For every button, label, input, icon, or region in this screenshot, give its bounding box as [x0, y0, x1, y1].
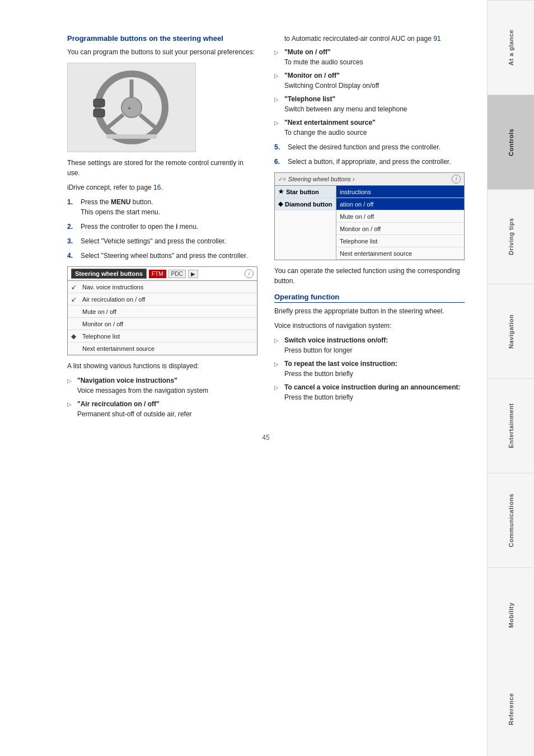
bullet-next-ent: ▷ "Next entertainment source"To change t…: [274, 118, 465, 138]
diamond-label-text: Diamond button: [285, 201, 332, 208]
popup-header: ✓= Steering wheel buttons › i: [275, 173, 464, 186]
tab-navigation[interactable]: Navigation: [488, 284, 534, 378]
menu-table-left: Steering wheel buttons FTM PDC ▶ i ↙ Nav…: [67, 266, 257, 355]
menu-row-nav: ↙ Nav. voice instructions: [68, 281, 257, 293]
stored-note: These settings are stored for the remote…: [67, 158, 257, 178]
menu-info-icon[interactable]: i: [245, 269, 254, 278]
voice-bullet-2: ▷ To repeat the last voice instruction:P…: [274, 359, 465, 379]
tab-at-a-glance[interactable]: At a glance: [488, 0, 534, 95]
menu-tab-pdc[interactable]: PDC: [168, 270, 186, 278]
operating-function-heading: Operating function: [274, 293, 465, 303]
bullet-telephone: ▷ "Telephone list"Switch between any men…: [274, 94, 465, 114]
popup-item-telephone: Telephone list: [336, 235, 464, 247]
sidebar-tabs: At a glance Controls Driving tips Naviga…: [487, 0, 534, 756]
air-row-text: Air recirculation on / off: [82, 296, 254, 303]
star-icon: ★: [278, 188, 284, 195]
diamond-icon: ◆: [278, 200, 283, 208]
bullet-arrow-2: ▷: [67, 400, 74, 419]
menu-row-air: ↙ Air recirculation on / off: [68, 293, 257, 306]
air-row-icon: ↙: [71, 295, 82, 303]
bullet-list-left: ▷ "Navigation voice instructions"Voice m…: [67, 375, 257, 419]
telephone-row-icon: ◆: [71, 332, 82, 340]
bullet-telephone-text: "Telephone list"Switch between any menu …: [284, 94, 407, 114]
menu-rows-left: ↙ Nav. voice instructions ↙ Air recircul…: [68, 281, 257, 355]
svg-rect-5: [93, 99, 105, 107]
bullet-auc: to Automatic recirculated-air control AU…: [274, 34, 465, 44]
telephone-row-text: Telephone list: [82, 333, 254, 340]
tab-mobility[interactable]: Mobility: [488, 567, 534, 662]
bullet-arrow-telephone: ▷: [274, 95, 281, 114]
step-5-num: 5.: [274, 142, 283, 152]
section-heading: Programmable buttons on the steering whe…: [67, 34, 257, 44]
svg-line-3: [106, 115, 123, 129]
idrive-ref: iDrive concept, refer to page 16.: [67, 182, 257, 192]
step-2-content: Press the controller to open the i menu.: [81, 222, 257, 232]
step-1: 1. Press the MENU button.This opens the …: [67, 197, 257, 217]
tab-controls[interactable]: Controls: [488, 95, 534, 189]
step-4-num: 4.: [67, 251, 76, 261]
step-4-content: Select "Steering wheel buttons" and pres…: [81, 251, 257, 261]
bullet-air-recirc: ▷ "Air recirculation on / off"Permanent …: [67, 399, 257, 419]
mute-row-text: Mute on / off: [82, 308, 254, 315]
nav-row-icon: ↙: [71, 283, 82, 291]
bullet-list-right-top: to Automatic recirculated-air control AU…: [274, 34, 465, 138]
tab-entertainment[interactable]: Entertainment: [488, 378, 534, 473]
step-2-num: 2.: [67, 222, 76, 232]
auc-page-link[interactable]: 91: [433, 35, 441, 43]
step-4: 4. Select "Steering wheel buttons" and p…: [67, 251, 257, 261]
voice-bullet-arrow-3: ▷: [274, 383, 281, 402]
step-1-num: 1.: [67, 197, 76, 217]
menu-row-next: Next entertainment source: [68, 342, 257, 355]
two-column-layout: Programmable buttons on the steering whe…: [67, 34, 465, 422]
popup-header-left: ✓= Steering wheel buttons ›: [278, 176, 354, 182]
voice-bullet-2-text: To repeat the last voice instruction:Pre…: [284, 359, 397, 379]
tab-communications[interactable]: Communications: [488, 473, 534, 567]
bullet-nav-voice-text: "Navigation voice instructions"Voice mes…: [77, 375, 208, 396]
bullet-next-ent-text: "Next entertainment source"To change the…: [284, 118, 376, 138]
tab-reference[interactable]: Reference: [488, 662, 534, 756]
step-6-num: 6.: [274, 157, 283, 167]
steps-list-left: 1. Press the MENU button.This opens the …: [67, 197, 257, 261]
bullet-air-text: "Air recirculation on / off"Permanent sh…: [77, 399, 192, 419]
bullet-arrow-mute: ▷: [274, 48, 281, 67]
popup-item-ation: ation on / off: [336, 198, 464, 210]
star-label-text: Star button: [286, 189, 319, 195]
operate-note: You can operate the selected function us…: [274, 266, 465, 286]
nav-row-text: Nav. voice instructions: [82, 284, 254, 290]
popup-labels-col: ★ Star button ◆ Diamond button: [275, 186, 336, 260]
menu-tab-ftm[interactable]: FTM: [149, 270, 166, 278]
popup-item-mute: Mute on / off: [336, 210, 464, 223]
menu-label: MENU: [111, 198, 130, 206]
bullet-nav-voice: ▷ "Navigation voice instructions"Voice m…: [67, 375, 257, 396]
popup-items-col: instructions ation on / off Mute on / of…: [336, 186, 464, 260]
bullet-monitor: ▷ "Monitor on / off"Switching Control Di…: [274, 71, 465, 91]
main-content: Programmable buttons on the steering whe…: [0, 0, 487, 756]
step-3: 3. Select "Vehicle settings" and press t…: [67, 236, 257, 246]
menu-tab-arrow[interactable]: ▶: [188, 270, 198, 278]
step-1-content: Press the MENU button.This opens the sta…: [81, 197, 257, 217]
voice-bullet-1-text: Switch voice instructions on/off:Press b…: [284, 335, 388, 355]
operating-function-body: Briefly press the appropriate button in …: [274, 306, 465, 316]
steering-wheel-image: +: [67, 63, 196, 152]
idrive-page-link[interactable]: 16: [153, 184, 161, 191]
bullet-arrow-auc: [274, 35, 281, 44]
bullet-arrow-next-ent: ▷: [274, 119, 281, 138]
steps-list-right: 5. Select the desired function and press…: [274, 142, 465, 167]
right-column: to Automatic recirculated-air control AU…: [274, 34, 465, 422]
voice-bullet-list: ▷ Switch voice instructions on/off:Press…: [274, 335, 465, 402]
voice-bullet-arrow-2: ▷: [274, 360, 281, 379]
popup-item-next: Next entertainment source: [336, 247, 464, 260]
tab-driving-tips[interactable]: Driving tips: [488, 189, 534, 284]
voice-bullet-3-text: To cancel a voice instruction during an …: [284, 382, 461, 402]
bullet-arrow-monitor: ▷: [274, 72, 281, 91]
svg-rect-6: [93, 109, 105, 117]
voice-instructions-label: Voice instructions of navigation system:: [274, 321, 465, 331]
voice-bullet-3: ▷ To cancel a voice instruction during a…: [274, 382, 465, 402]
step-3-content: Select "Vehicle settings" and press the …: [81, 236, 257, 246]
svg-point-1: [121, 97, 142, 118]
popup-title: Steering wheel buttons ›: [288, 176, 355, 182]
popup-info-icon[interactable]: i: [452, 175, 461, 184]
step-5-content: Select the desired function and press th…: [288, 142, 465, 152]
voice-bullet-1: ▷ Switch voice instructions on/off:Press…: [274, 335, 465, 355]
step-3-num: 3.: [67, 236, 76, 246]
